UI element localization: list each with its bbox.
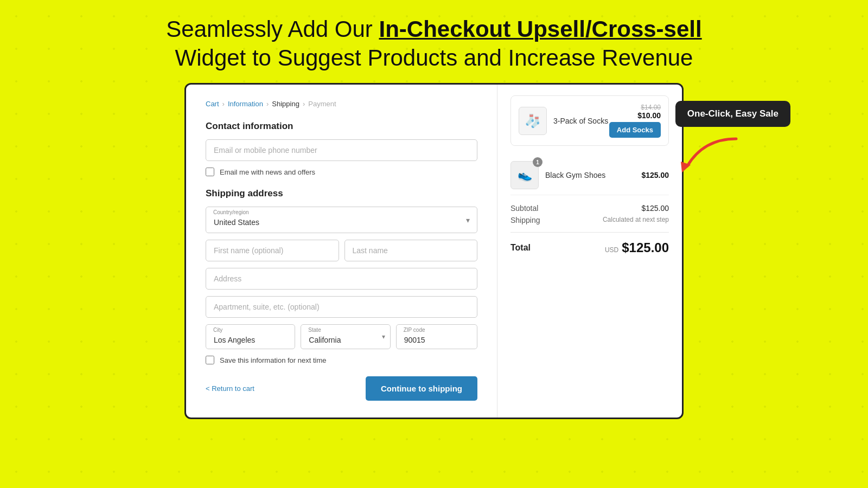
upsell-product-card: 🧦 3-Pack of Socks $14.00 $10.00 Add Sock… [510, 95, 669, 146]
zip-field: ZIP code [396, 324, 477, 349]
breadcrumb-information[interactable]: Information [228, 100, 263, 108]
main-product-image: 👟 1 [510, 161, 539, 189]
country-select[interactable]: United States [206, 207, 477, 233]
upsell-product-right: $14.00 $10.00 Add Socks [609, 104, 661, 138]
shipping-label: Shipping [510, 216, 540, 224]
upsell-product-name: 3-Pack of Socks [553, 117, 608, 125]
breadcrumb-payment: Payment [308, 100, 336, 108]
socks-icon: 🧦 [525, 113, 541, 129]
newsletter-checkbox[interactable] [206, 168, 214, 176]
breadcrumb-sep-3: › [303, 100, 305, 108]
main-product-price: $125.00 [641, 171, 669, 179]
total-right: USD $125.00 [605, 240, 669, 255]
state-field: State California ▾ [301, 324, 390, 349]
total-currency: USD [605, 246, 618, 254]
save-info-checkbox[interactable] [206, 356, 214, 364]
state-select[interactable]: California [301, 324, 390, 349]
checkout-right-panel: 🧦 3-Pack of Socks $14.00 $10.00 Add Sock… [497, 85, 682, 418]
breadcrumb-cart[interactable]: Cart [206, 100, 219, 108]
first-name-input[interactable] [206, 240, 339, 261]
main-product-row: 👟 1 Black Gym Shoes $125.00 [510, 156, 669, 195]
apt-input[interactable] [206, 296, 477, 318]
upsell-price-new: $10.00 [609, 111, 661, 120]
zip-inner: ZIP code [396, 324, 477, 349]
last-name-input[interactable] [344, 240, 478, 261]
breadcrumb-sep-1: › [222, 100, 225, 108]
country-group: Country/region United States ▾ [206, 207, 477, 233]
headline: Seamlessly Add Our In-Checkout Upsell/Cr… [144, 0, 723, 83]
breadcrumb-sep-2: › [266, 100, 269, 108]
browser-frame: Cart › Information › Shipping › Payment … [184, 83, 684, 419]
shipping-row: Shipping Calculated at next step [510, 216, 669, 224]
subtotal-value: $125.00 [641, 204, 669, 213]
total-label: Total [510, 243, 531, 253]
newsletter-row: Email me with news and offers [206, 168, 477, 176]
name-row [206, 240, 477, 261]
city-field: City [206, 324, 295, 349]
country-select-wrapper: Country/region United States ▾ [206, 207, 477, 233]
total-row: Total USD $125.00 [510, 232, 669, 255]
city-state-zip-row: City State California ▾ ZIP code [206, 324, 477, 349]
return-to-cart-link[interactable]: < Return to cart [206, 384, 254, 393]
headline-prefix: Seamlessly Add Our [166, 16, 379, 42]
zip-label: ZIP code [404, 327, 425, 333]
email-input[interactable] [206, 139, 477, 161]
upsell-product-image: 🧦 [519, 107, 547, 135]
shipping-section-title: Shipping address [206, 188, 477, 199]
city-label: City [213, 327, 222, 333]
one-click-callout: One-Click, Easy Sale [675, 101, 790, 127]
headline-bold: In-Checkout Upsell/Cross-sell [379, 16, 702, 42]
checkout-left-panel: Cart › Information › Shipping › Payment … [186, 85, 497, 418]
shoes-icon: 👟 [518, 168, 532, 182]
add-socks-button[interactable]: Add Socks [609, 122, 661, 138]
email-group [206, 139, 477, 161]
upsell-product-left: 🧦 3-Pack of Socks [519, 107, 608, 135]
subtotal-row: Subtotal $125.00 [510, 204, 669, 213]
main-product-left: 👟 1 Black Gym Shoes [510, 161, 605, 189]
shipping-note: Calculated at next step [603, 216, 669, 224]
address-group [206, 268, 477, 290]
subtotal-label: Subtotal [510, 204, 538, 213]
callout-arrow-icon [671, 133, 742, 177]
apt-group [206, 296, 477, 318]
main-product-badge: 1 [533, 157, 542, 167]
save-info-row: Save this information for next time [206, 356, 477, 364]
continue-to-shipping-button[interactable]: Continue to shipping [366, 376, 477, 401]
total-amount: $125.00 [622, 240, 669, 255]
contact-section-title: Contact information [206, 121, 477, 132]
main-product-name: Black Gym Shoes [545, 171, 605, 179]
breadcrumb-shipping: Shipping [272, 100, 299, 108]
address-input[interactable] [206, 268, 477, 290]
headline-line2: Widget to Suggest Products and Increase … [175, 45, 693, 70]
breadcrumb: Cart › Information › Shipping › Payment [206, 100, 477, 108]
newsletter-label: Email me with news and offers [220, 168, 315, 176]
form-footer: < Return to cart Continue to shipping [206, 376, 477, 401]
city-inner: City [206, 324, 295, 349]
upsell-price-old: $14.00 [609, 104, 661, 111]
save-info-label: Save this information for next time [220, 356, 327, 364]
